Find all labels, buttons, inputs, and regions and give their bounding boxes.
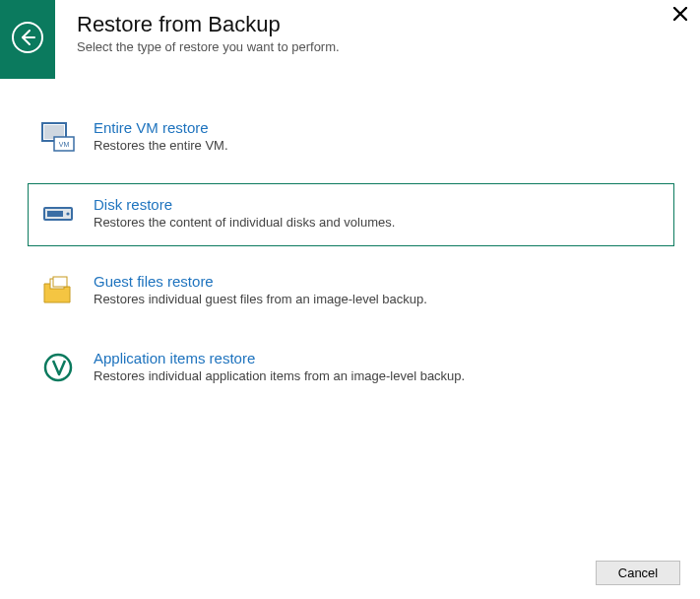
vm-icon: VM [40, 119, 76, 155]
svg-point-8 [66, 212, 69, 215]
option-title: Entire VM restore [94, 119, 228, 137]
svg-rect-7 [47, 211, 63, 217]
restore-options-list: VM Entire VM restore Restores the entire… [0, 79, 700, 400]
option-description: Restores the content of individual disks… [94, 215, 395, 230]
wizard-footer: Cancel [596, 561, 680, 585]
close-button[interactable] [670, 6, 690, 26]
cancel-button[interactable]: Cancel [596, 561, 680, 585]
svg-point-11 [45, 355, 71, 380]
back-button[interactable] [0, 0, 55, 79]
wizard-title: Restore from Backup [77, 12, 340, 37]
option-disk-restore[interactable]: Disk restore Restores the content of ind… [28, 183, 674, 246]
close-icon [673, 7, 687, 25]
svg-rect-10 [53, 277, 67, 287]
option-title: Application items restore [94, 350, 465, 367]
wizard-header: Restore from Backup Select the type of r… [0, 0, 700, 79]
option-entire-vm[interactable]: VM Entire VM restore Restores the entire… [28, 106, 674, 169]
option-title: Guest files restore [94, 273, 427, 291]
option-description: Restores the entire VM. [94, 138, 228, 153]
option-description: Restores individual guest files from an … [94, 292, 427, 306]
disk-icon [40, 196, 76, 232]
wizard-subtitle: Select the type of restore you want to p… [77, 39, 340, 54]
option-guest-files[interactable]: Guest files restore Restores individual … [28, 260, 674, 323]
option-application-items[interactable]: Application items restore Restores indiv… [28, 337, 674, 400]
option-title: Disk restore [94, 196, 395, 214]
svg-text:VM: VM [59, 141, 70, 148]
application-items-icon [40, 350, 76, 385]
option-description: Restores individual application items fr… [94, 368, 465, 383]
back-arrow-icon [11, 21, 44, 58]
restore-wizard-window: Restore from Backup Select the type of r… [0, 0, 700, 599]
folder-files-icon [40, 273, 76, 308]
